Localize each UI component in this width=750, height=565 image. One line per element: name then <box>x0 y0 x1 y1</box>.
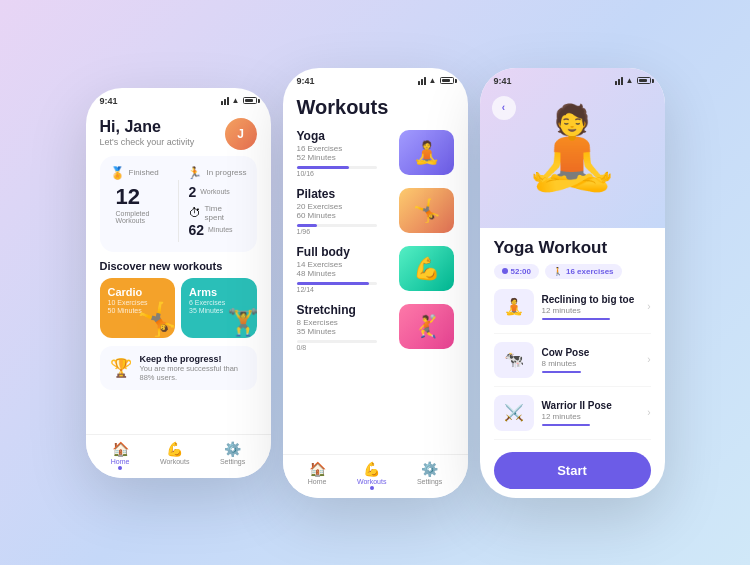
fullbody-progress-bar <box>297 282 377 285</box>
status-icons-right: ▲ <box>615 76 651 85</box>
inprogress-sub: Workouts <box>200 188 229 195</box>
exercise-item-1[interactable]: 🧘 Reclining to big toe 12 minutes › <box>494 289 651 334</box>
status-bar-left: 9:41 ▲ <box>86 88 271 110</box>
stretching-name: Stretching <box>297 303 391 317</box>
fullbody-thumb: 💪 <box>399 246 454 291</box>
wifi-icon-right: ▲ <box>626 76 634 85</box>
chevron-right-3: › <box>647 407 650 418</box>
exercise-item-2[interactable]: 🐄 Cow Pose 8 minutes › <box>494 342 651 387</box>
time-count: 62 <box>189 222 205 238</box>
exercise-duration-2: 8 minutes <box>542 359 640 368</box>
list-item-yoga[interactable]: Yoga 16 Exercises52 Minutes 10/16 🧘 <box>297 129 454 177</box>
list-item-stretching[interactable]: Stretching 8 Exercises35 Minutes 0/8 🤾 <box>297 303 454 351</box>
workouts-icon-left: 💪 <box>166 441 183 457</box>
left-content: Hi, Jane Let's check your activity J 🏅 F… <box>86 110 271 398</box>
signal-icon-right <box>615 77 623 85</box>
time-sub: Minutes <box>208 226 233 233</box>
greeting-sub: Let's check your activity <box>100 137 195 147</box>
progress-card-title: Keep the progress! <box>140 354 247 364</box>
pilates-count: 1/96 <box>297 228 391 235</box>
completed-count: 12 <box>116 184 168 210</box>
list-item-pilates[interactable]: Pilates 20 Exercises60 Minutes 1/96 🤸 <box>297 187 454 235</box>
exercise-name-2: Cow Pose <box>542 347 640 358</box>
nav-workouts-middle[interactable]: 💪 Workouts <box>357 461 386 490</box>
right-content: Yoga Workout 52:00 🚶 16 exercises 🧘 Recl… <box>480 228 665 498</box>
fullbody-count: 12/14 <box>297 286 391 293</box>
fullbody-progress-fill <box>297 282 369 285</box>
nav-home-middle[interactable]: 🏠 Home <box>308 461 327 490</box>
battery-icon-left <box>243 97 257 104</box>
nav-workouts-left[interactable]: 💪 Workouts <box>160 441 189 470</box>
stats-top-row: 🏅 Finished 🏃 In progress <box>110 166 247 180</box>
finished-icon: 🏅 <box>110 166 125 180</box>
yoga-progress-bar <box>297 166 377 169</box>
yoga-count: 10/16 <box>297 170 391 177</box>
fullbody-info: Full body 14 Exercises48 Minutes 12/14 <box>297 245 391 293</box>
completed-label: CompletedWorkouts <box>116 210 168 224</box>
nav-settings-left[interactable]: ⚙️ Settings <box>220 441 245 470</box>
home-icon-left: 🏠 <box>112 441 129 457</box>
time-right: 9:41 <box>494 76 512 86</box>
status-bar-middle: 9:41 ▲ <box>283 68 468 90</box>
wifi-icon-left: ▲ <box>232 96 240 105</box>
stretching-count: 0/8 <box>297 344 391 351</box>
time-left: 9:41 <box>100 96 118 106</box>
workouts-icon-middle: 💪 <box>363 461 380 477</box>
workout-cards-row: Cardio 10 Exercises 50 Minutes 🤸 Arms 6 … <box>100 278 257 338</box>
list-item-fullbody[interactable]: Full body 14 Exercises48 Minutes 12/14 💪 <box>297 245 454 293</box>
exercise-name-3: Warrior II Pose <box>542 400 640 411</box>
bottom-nav-middle: 🏠 Home 💪 Workouts ⚙️ Settings <box>283 454 468 498</box>
yoga-name: Yoga <box>297 129 391 143</box>
completed-col: 12 CompletedWorkouts <box>110 180 174 242</box>
greeting-row: Hi, Jane Let's check your activity J <box>100 118 257 150</box>
exercise-info-3: Warrior II Pose 12 minutes <box>542 400 640 426</box>
cardio-card[interactable]: Cardio 10 Exercises 50 Minutes 🤸 <box>100 278 176 338</box>
arms-figure: 🏋️ <box>227 307 257 338</box>
time-badge-dot <box>502 268 508 274</box>
inprogress-icon: 🏃 <box>187 166 202 180</box>
time-icon: ⏱ <box>189 206 201 220</box>
home-label-middle: Home <box>308 478 327 485</box>
stretching-thumb: 🤾 <box>399 304 454 349</box>
person-icon: 🚶 <box>553 267 563 276</box>
settings-label-middle: Settings <box>417 478 442 485</box>
stats-grid: 12 CompletedWorkouts 2 Workouts ⏱ Time s… <box>110 180 247 242</box>
nav-home-left[interactable]: 🏠 Home <box>111 441 130 470</box>
yoga-info: Yoga 16 Exercises52 Minutes 10/16 <box>297 129 391 177</box>
time-middle: 9:41 <box>297 76 315 86</box>
exercise-duration-1: 12 minutes <box>542 306 640 315</box>
exercise-thumb-3: ⚔️ <box>494 395 534 431</box>
badge-exercises: 🚶 16 exercises <box>545 264 622 279</box>
pilates-detail: 20 Exercises60 Minutes <box>297 202 391 220</box>
inprogress-count: 2 <box>189 184 197 200</box>
cardio-figure: 🤸 <box>137 300 175 338</box>
yoga-progress-fill <box>297 166 349 169</box>
exercise-bar-3 <box>542 424 591 426</box>
back-button[interactable]: ‹ <box>492 96 516 120</box>
status-icons-middle: ▲ <box>418 76 454 85</box>
exercise-thumb-1: 🧘 <box>494 289 534 325</box>
pilates-info: Pilates 20 Exercises60 Minutes 1/96 <box>297 187 391 235</box>
inprogress-stat: 🏃 In progress <box>187 166 246 180</box>
signal-icon-left <box>221 97 229 105</box>
phone-left: 9:41 ▲ Hi, Jane Let's check your activit… <box>86 88 271 478</box>
cardio-title: Cardio <box>108 286 168 298</box>
bottom-nav-left: 🏠 Home 💪 Workouts ⚙️ Settings <box>86 434 271 478</box>
exercise-duration-3: 12 minutes <box>542 412 640 421</box>
stats-divider <box>178 180 179 242</box>
home-label-left: Home <box>111 458 130 465</box>
start-button[interactable]: Start <box>494 452 651 489</box>
badge-time-label: 52:00 <box>511 267 531 276</box>
nav-settings-middle[interactable]: ⚙️ Settings <box>417 461 442 490</box>
exercise-name-1: Reclining to big toe <box>542 294 640 305</box>
pilates-name: Pilates <box>297 187 391 201</box>
arms-title: Arms <box>189 286 249 298</box>
exercise-bar-2 <box>542 371 581 373</box>
status-icons-left: ▲ <box>221 96 257 105</box>
greeting-title: Hi, Jane <box>100 118 195 136</box>
chevron-right-1: › <box>647 301 650 312</box>
middle-content: Workouts Yoga 16 Exercises52 Minutes 10/… <box>283 90 468 367</box>
arms-card[interactable]: Arms 6 Exercises 35 Minutes 🏋️ <box>181 278 257 338</box>
exercise-item-3[interactable]: ⚔️ Warrior II Pose 12 minutes › <box>494 395 651 440</box>
arms-sub1: 6 Exercises <box>189 299 249 306</box>
